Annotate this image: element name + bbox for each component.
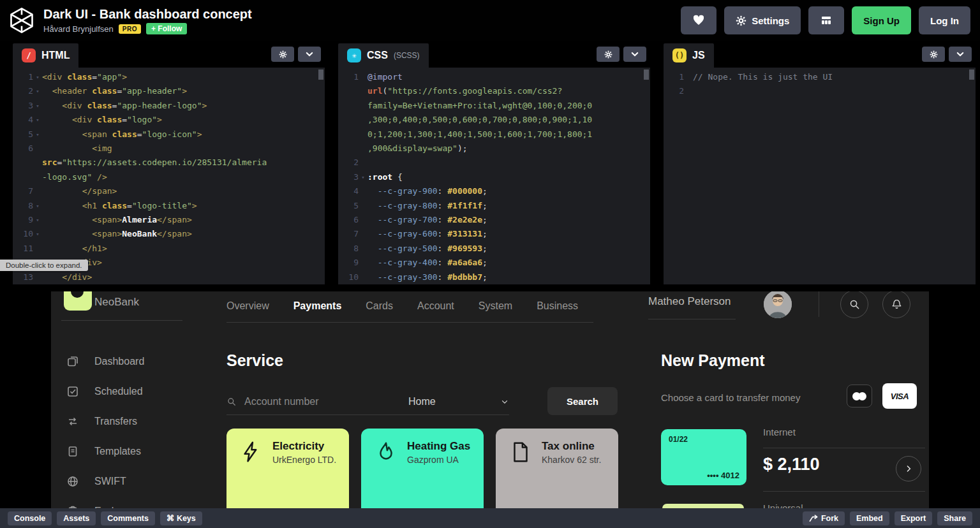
layout-button[interactable] <box>808 6 844 34</box>
account-number-input[interactable] <box>244 396 404 407</box>
sidebar-item-dashboard[interactable]: Dashboard <box>66 346 144 376</box>
layout-grid-icon <box>820 14 833 27</box>
service-card-title: Heating Gas <box>407 440 470 453</box>
code-row: 3▾ <div class="app-header-logo"> <box>13 99 325 113</box>
tab-payments[interactable]: Payments <box>293 300 342 312</box>
share-button[interactable]: Share <box>937 511 972 525</box>
editor-panels: / HTML 1▾<div class="app">2▾ <header cla… <box>0 41 980 284</box>
html-code-area[interactable]: 1▾<div class="app">2▾ <header class="app… <box>13 68 325 284</box>
css-code-area[interactable]: 1@importurl("https://fonts.googleapis.co… <box>338 68 650 284</box>
sidebar-item-transfers[interactable]: Transfers <box>66 406 144 436</box>
mastercard-button[interactable] <box>847 385 872 407</box>
comments-button[interactable]: Comments <box>101 511 155 525</box>
html-collapse-button[interactable] <box>298 47 321 62</box>
gear-icon <box>279 50 287 59</box>
css-panel: ✳ CSS (SCSS) 1@importurl("https://fonts.… <box>338 41 650 284</box>
code-row: url("https://fonts.googleapis.com/css2? <box>338 84 650 98</box>
fork-icon <box>809 515 818 522</box>
follow-button[interactable]: + Follow <box>146 23 187 34</box>
payment-divider <box>763 448 925 448</box>
js-tab[interactable]: () JS <box>664 43 714 68</box>
code-row: 2▾ <header class="app-header"> <box>13 84 325 98</box>
console-button[interactable]: Console <box>8 511 52 525</box>
keys-button[interactable]: ⌘ Keys <box>160 511 202 525</box>
css-scrollbar[interactable] <box>644 70 649 80</box>
code-row: 0;1,200;1,300;1,400;1,500;1,600;1,700;1,… <box>338 128 650 142</box>
html-tab[interactable]: / HTML <box>13 43 78 68</box>
css-tab-label: CSS <box>367 50 388 61</box>
next-payment-label: Universal <box>763 502 803 508</box>
service-card-title: Electricity <box>272 440 336 453</box>
code-row: 8▾ <h1 class="logo-title"> <box>13 199 325 213</box>
tab-overview[interactable]: Overview <box>226 300 269 312</box>
document-icon <box>509 440 533 464</box>
sidebar-menu: Dashboard Scheduled Transfers Templates … <box>66 346 144 508</box>
css-tab[interactable]: ✳ CSS (SCSS) <box>338 43 429 68</box>
tab-cards[interactable]: Cards <box>366 300 393 312</box>
pen-title: Dark UI - Bank dashboard concept <box>43 6 252 22</box>
html-scrollbar[interactable] <box>318 70 323 80</box>
notifications-button[interactable] <box>882 291 910 318</box>
code-row: 1@import <box>338 70 650 84</box>
code-row: 10▾ <span>NeoBank</span> <box>13 227 325 241</box>
code-row: 6 --c-gray-700: #2e2e2e; <box>338 213 650 227</box>
service-card-tax-online[interactable]: Tax online Kharkov 62 str. <box>496 429 618 508</box>
gear-icon <box>604 50 612 59</box>
sign-up-button[interactable]: Sign Up <box>852 6 911 34</box>
js-code-area[interactable]: 1// Nope. This is just the UI2 <box>664 68 976 284</box>
css-settings-button[interactable] <box>597 47 620 62</box>
almeria-logo[interactable] <box>64 291 92 311</box>
heart-icon <box>692 14 705 27</box>
sidebar-item-swift[interactable]: SWIFT <box>66 466 144 496</box>
footer-bar: Console Assets Comments ⌘ Keys Fork Embe… <box>0 508 980 528</box>
next-bank-card[interactable] <box>662 504 744 508</box>
tab-system[interactable]: System <box>479 300 512 312</box>
sidebar-item-templates[interactable]: Templates <box>66 436 144 466</box>
service-card-electricity[interactable]: Electricity UrkEnergo LTD. <box>226 429 349 508</box>
proceed-payment-button[interactable] <box>896 456 921 481</box>
sidebar-divider <box>61 320 182 321</box>
sidebar-item-scheduled[interactable]: Scheduled <box>66 376 144 406</box>
avatar[interactable] <box>764 291 792 318</box>
embed-button[interactable]: Embed <box>850 511 889 525</box>
fork-button[interactable]: Fork <box>803 511 845 525</box>
search-button-circle[interactable] <box>840 291 868 318</box>
log-in-button[interactable]: Log In <box>919 6 970 34</box>
bolt-icon <box>239 440 264 464</box>
bell-icon <box>891 298 903 311</box>
tab-account[interactable]: Account <box>417 300 454 312</box>
css-preprocessor-label: (SCSS) <box>394 51 420 60</box>
service-search-button[interactable]: Search <box>547 387 618 415</box>
visa-button[interactable]: VISA <box>882 383 917 409</box>
scheduled-icon <box>66 385 79 398</box>
js-settings-button[interactable] <box>922 47 945 62</box>
export-button[interactable]: Export <box>895 511 933 525</box>
codepen-logo-icon[interactable] <box>8 6 36 34</box>
js-scrollbar[interactable] <box>969 70 974 80</box>
assets-button[interactable]: Assets <box>57 511 96 525</box>
code-row: family=Be+Vietnam+Pro:ital,wght@0,100;0,… <box>338 99 650 113</box>
html-settings-button[interactable] <box>271 47 294 62</box>
card-expiry: 01/22 <box>669 435 688 444</box>
service-card-heating-gas[interactable]: Heating Gas Gazprom UA <box>361 429 484 508</box>
js-collapse-button[interactable] <box>949 47 972 62</box>
user-name[interactable]: Matheo Peterson <box>648 295 731 308</box>
code-row: 4 --c-gray-900: #000000; <box>338 184 650 198</box>
almeria-logo-mark <box>71 291 84 298</box>
code-row: 8 --c-gray-500: #969593; <box>338 242 650 256</box>
css-collapse-button[interactable] <box>623 47 646 62</box>
like-button[interactable] <box>681 6 716 34</box>
account-search-field[interactable] <box>226 388 418 415</box>
tab-business[interactable]: Business <box>537 300 578 312</box>
sidebar-label: Scheduled <box>94 386 143 397</box>
category-select[interactable]: Home <box>408 388 509 415</box>
service-card-subtitle: UrkEnergo LTD. <box>272 455 336 465</box>
settings-button[interactable]: Settings <box>724 6 801 34</box>
bank-card[interactable]: 01/22 •••• 4012 <box>661 429 746 485</box>
sidebar-item-exchange[interactable]: Exchange <box>66 496 144 508</box>
tabs-divider <box>226 322 593 323</box>
code-row: 9 --c-gray-400: #a6a6a6; <box>338 256 650 270</box>
visa-icon: VISA <box>891 392 909 401</box>
settings-label: Settings <box>752 15 789 26</box>
pen-author[interactable]: Håvard Brynjulfsen <box>43 24 114 34</box>
